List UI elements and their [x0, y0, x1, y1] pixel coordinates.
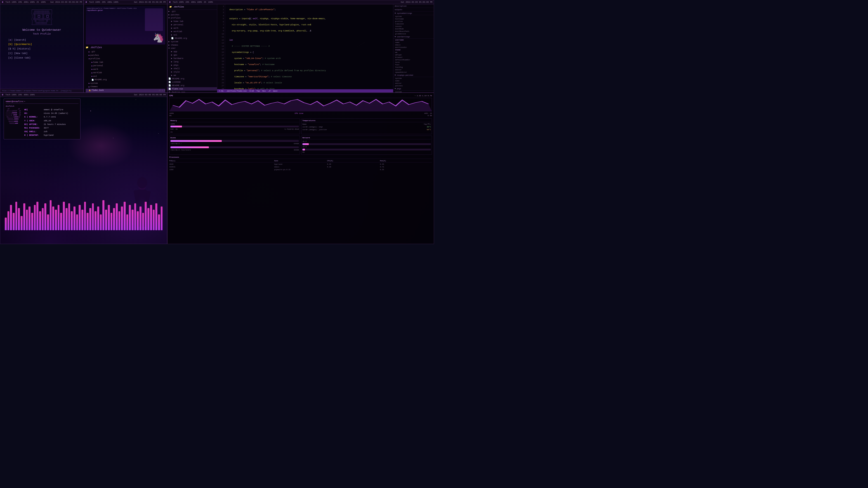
sidebar-license[interactable]: 📄 LICENSE	[167, 80, 217, 84]
qute-menu-quickmarks[interactable]: [b] [Quickmarks]	[8, 42, 75, 47]
outline-np-editor[interactable]: editor	[393, 82, 434, 85]
tree-item-personal[interactable]: ▶personal	[86, 64, 165, 68]
outline-theme[interactable]: theme	[393, 48, 434, 51]
tree-item-themes[interactable]: ▶themes	[86, 85, 165, 89]
outline-wm[interactable]: wm	[393, 51, 434, 54]
tree-item-patches[interactable]: ▶patches	[86, 54, 165, 57]
eq-bar	[81, 210, 84, 230]
disk2-bar	[170, 147, 299, 148]
eq-bar	[58, 205, 60, 230]
tree-item-profiles[interactable]: ▼profiles	[86, 57, 165, 61]
outline-locale[interactable]: locale	[393, 25, 434, 28]
outline-dotfilesdir[interactable]: dotfilesDir	[393, 46, 434, 48]
outline-term[interactable]: term	[393, 61, 434, 64]
outline-spawneditor[interactable]: spawnEditor	[393, 71, 434, 73]
file-tree: 📁 .dotfiles ▶.git ▶patches ▼profiles ▶ho…	[86, 46, 165, 92]
outline-pkgs-system[interactable]: system	[393, 91, 434, 92]
sidebar-gpu[interactable]: ▶ gpu	[167, 53, 217, 57]
eq-bar	[21, 216, 23, 230]
sidebar-shell[interactable]: ▶ shell	[167, 67, 217, 70]
tree-item-work[interactable]: ▶work	[86, 68, 165, 71]
topbar-bl-status: Tech 100%	[5, 94, 17, 96]
sidebar-themes[interactable]: ▶ themes	[167, 43, 217, 47]
outline-description: description	[393, 4, 434, 8]
tree-item-wsl[interactable]: ▶wsl	[86, 75, 165, 78]
sidebar-flakenix[interactable]: 📄 flake.nix	[167, 87, 217, 91]
tree-item-system[interactable]: ▶system	[86, 82, 165, 86]
outline-np-system[interactable]: system	[393, 77, 434, 79]
eq-bar	[60, 213, 62, 230]
sidebar-patches[interactable]: ▶ patches	[167, 13, 217, 17]
neofetch-desktop-row: R | DESKTOP: hyprland	[24, 133, 79, 137]
qute-menu-closetab[interactable]: [x] [Close tab]	[8, 56, 75, 60]
net-bar-fill	[303, 143, 309, 145]
qute-ascii-logo: ┌────────────────────┐ │ ░░░░░░░░░░░░░░░…	[31, 9, 53, 26]
tree-item-flakelock[interactable]: 🔒flake.lock 27.5 K	[86, 89, 165, 92]
sidebar-desktop[interactable]: 🖥 desktop.png	[167, 91, 217, 92]
topbar-datetime: Sat 2024-03-09 05:06:00 PM	[51, 1, 82, 3]
outline-name[interactable]: name	[393, 41, 434, 43]
sidebar-homelab[interactable]: ▶ home lab	[167, 20, 217, 23]
sidebar-hardware[interactable]: ▶ hardware	[167, 57, 217, 60]
outline-profile[interactable]: profile	[393, 20, 434, 23]
sidebar-worklab[interactable]: ▶ worklab	[167, 30, 217, 33]
sidebar-wm[interactable]: ▶ wm	[167, 74, 217, 77]
editor-main: 12345 678910 1112131415 1617181920 21222…	[217, 4, 393, 92]
outline-hostname[interactable]: hostname	[393, 18, 434, 20]
outline-username[interactable]: username	[393, 39, 434, 41]
tree-item-homelab[interactable]: ▶home lab	[86, 61, 165, 64]
outline-np-patches[interactable]: patches	[393, 85, 434, 87]
eq-bar	[73, 206, 75, 230]
sidebar-readme2[interactable]: 📄 README.org	[167, 84, 217, 87]
qute-menu-search[interactable]: [o] [Search]	[8, 38, 75, 42]
qute-menu-newtab[interactable]: [t] [New tab]	[8, 51, 75, 56]
sidebar-git[interactable]: ▶ .git	[167, 10, 217, 13]
sidebar-pkgs[interactable]: ▶ pkgs	[167, 64, 217, 67]
eq-bar	[18, 208, 20, 230]
eq-bar	[26, 210, 28, 230]
sidebar-profiles[interactable]: ▼ profiles	[167, 17, 217, 20]
tree-item-git[interactable]: ▶.git	[86, 50, 165, 54]
outline-email[interactable]: email	[393, 43, 434, 46]
network-title: Network	[303, 137, 431, 139]
sidebar-lang[interactable]: ▶ lang	[167, 60, 217, 64]
outline-editor[interactable]: editor	[393, 68, 434, 71]
sidebar-readme-main[interactable]: 📄 README.org	[167, 77, 217, 80]
outline-browser[interactable]: browser	[393, 56, 434, 59]
temp-edge: card0 (amdgpu): edge 49°C	[303, 126, 431, 128]
outline-grubdevice[interactable]: grubDevice	[393, 33, 434, 35]
outline-np-name[interactable]: name	[393, 79, 434, 82]
pixel-art-thumbnail	[145, 8, 163, 31]
topbar-e-mem: 400s 100%	[191, 1, 202, 3]
sidebar-personal[interactable]: ▶ personal	[167, 23, 217, 26]
qute-menu-history[interactable]: [$ h] [History]	[8, 47, 75, 51]
sidebar-wsl[interactable]: ▶ wsl	[167, 33, 217, 37]
eq-bar	[66, 208, 68, 230]
eq-bar	[87, 213, 89, 230]
outline-system[interactable]: system	[393, 15, 434, 18]
eq-bar	[150, 205, 152, 230]
tree-item-worklab[interactable]: ▶worklab	[86, 71, 165, 75]
pixel-art-unicorn: 🦄	[153, 32, 164, 43]
eq-bar	[116, 203, 118, 230]
sidebar-system[interactable]: ▶ system	[167, 40, 217, 43]
eq-bar	[147, 208, 149, 230]
outline-bootmode[interactable]: bootMode	[393, 28, 434, 30]
topbar-bl-datetime: Sat 2024-03-09 05:06:00 PM	[134, 94, 166, 96]
outline-font[interactable]: font	[393, 64, 434, 66]
terminal-content: emmet@snowfire:/home/emmet/.dotfiles/fla…	[84, 4, 167, 92]
outline-defaultroamdir[interactable]: defaultRoamDir	[393, 59, 434, 61]
file-tree-root: 📁 .dotfiles	[86, 46, 165, 49]
outline-wmtype[interactable]: wmType	[393, 54, 434, 56]
outline-timezone[interactable]: timezone	[393, 23, 434, 25]
tree-item-readme1[interactable]: 📄README.org	[86, 78, 165, 82]
sidebar-user[interactable]: ▼ user	[167, 47, 217, 50]
sidebar-work[interactable]: ▶ work	[167, 26, 217, 30]
outline-fontpkg[interactable]: fontPkg	[393, 66, 434, 68]
sidebar-readme-profiles[interactable]: 📄 README.org	[167, 37, 217, 40]
eq-bar	[76, 215, 78, 230]
eq-bar	[92, 203, 94, 230]
sidebar-style[interactable]: ▶ style	[167, 70, 217, 74]
outline-bootmount[interactable]: bootMountPath	[393, 30, 434, 33]
sidebar-app[interactable]: ▶ app	[167, 50, 217, 53]
